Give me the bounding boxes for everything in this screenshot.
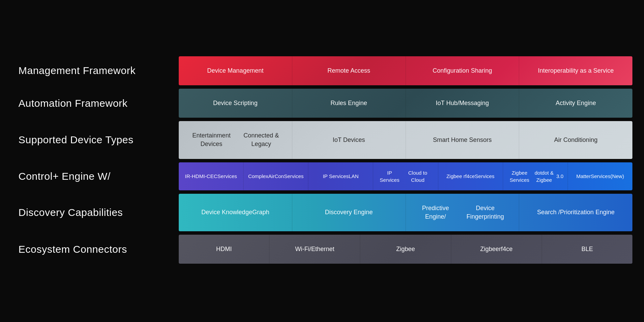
cell-text-control-3-0: IP Services [377, 169, 401, 184]
cell-control-5: Zigbee Servicesdotdot & Zigbee3.0 [503, 162, 568, 190]
cell-automation-1: Rules Engine [292, 89, 406, 118]
cell-text-management-2-0: Configuration Sharing [433, 67, 492, 75]
cell-text-ecosystem-0-0: HDMI [216, 245, 232, 253]
cell-text-device-types-0-1: Connected & Legacy [237, 131, 285, 148]
cell-discovery-0: Device KnowledgeGraph [179, 194, 292, 231]
cell-control-3: IP ServicesCloud to Cloud [373, 162, 438, 190]
row-device-types: Supported Device TypesEntertainment Devi… [12, 121, 632, 159]
cell-ecosystem-0: HDMI [179, 235, 269, 264]
cell-text-ecosystem-3-1: rf4ce [499, 245, 513, 253]
cell-ecosystem-4: BLE [542, 235, 632, 264]
cell-device-types-0: Entertainment DevicesConnected & Legacy [179, 121, 292, 159]
framework-diagram: Management FrameworkDevice ManagementRem… [12, 56, 632, 266]
cell-automation-3: Activity Engine [519, 89, 632, 118]
cell-text-control-6-1: Services [591, 173, 611, 180]
row-label-device-types: Supported Device Types [12, 121, 179, 159]
cell-ecosystem-1: Wi-Fi/Ethernet [269, 235, 360, 264]
cell-text-control-2-0: IP Services [323, 173, 349, 180]
cell-control-4: Zigbee rf4ceServices [438, 162, 503, 190]
cell-text-device-types-3-0: Air Conditioning [554, 136, 598, 144]
cell-text-control-1-2: Services [284, 173, 304, 180]
cell-text-automation-1-0: Rules Engine [331, 99, 367, 107]
cell-text-control-4-0: Zigbee rf4ce [447, 173, 475, 180]
cell-control-0: IR-HDMI-CECServices [179, 162, 244, 190]
cell-discovery-3: Search /Prioritization Engine [519, 194, 632, 231]
cell-text-automation-2-0: IoT Hub/Messaging [436, 99, 489, 107]
cell-discovery-2: Predictive Engine/Device Fingerprinting [406, 194, 519, 231]
row-discovery: Discovery CapabilitiesDevice KnowledgeGr… [12, 194, 632, 231]
cell-text-control-0-1: Services [217, 173, 237, 180]
cell-text-management-3-0: Interoperability as a Service [538, 67, 614, 75]
cell-device-types-3: Air Conditioning [519, 121, 632, 159]
cell-ecosystem-3: Zigbeerf4ce [451, 235, 542, 264]
cell-text-management-0-0: Device Management [207, 67, 263, 75]
cell-text-control-1-1: AirCon [268, 173, 284, 180]
cell-text-control-5-2: 3.0 [556, 173, 564, 180]
row-automation: Automation FrameworkDevice ScriptingRule… [12, 89, 632, 118]
cell-text-ecosystem-3-0: Zigbee [480, 245, 499, 253]
row-content-discovery: Device KnowledgeGraphDiscovery EnginePre… [179, 194, 632, 231]
cell-text-automation-3-0: Activity Engine [556, 99, 596, 107]
cell-control-1: ComplexAirConServices [244, 162, 308, 190]
cell-text-discovery-0-0: Device Knowledge [201, 208, 252, 217]
cell-text-discovery-0-1: Graph [252, 208, 269, 217]
cell-text-control-0-0: IR-HDMI-CEC [185, 173, 217, 180]
cell-text-control-1-0: Complex [248, 173, 268, 180]
cell-text-discovery-3-0: Search / [537, 208, 560, 217]
row-content-device-types: Entertainment DevicesConnected & LegacyI… [179, 121, 632, 159]
cell-text-management-1-0: Remote Access [327, 67, 370, 75]
row-label-control: Control+ Engine W/ [12, 162, 179, 190]
row-label-discovery: Discovery Capabilities [12, 194, 179, 231]
cell-text-control-2-1: LAN [349, 173, 358, 180]
row-content-ecosystem: HDMIWi-Fi/EthernetZigbeeZigbeerf4ceBLE [179, 235, 632, 264]
cell-text-discovery-3-1: Prioritization Engine [560, 208, 615, 217]
cell-text-discovery-2-0: Predictive Engine/ [413, 204, 458, 221]
row-management: Management FrameworkDevice ManagementRem… [12, 56, 632, 85]
cell-text-ecosystem-2-0: Zigbee [396, 245, 415, 253]
row-label-ecosystem: Ecosystem Connectors [12, 235, 179, 264]
cell-text-control-3-1: Cloud to Cloud [402, 169, 434, 184]
cell-text-control-4-1: Services [475, 173, 495, 180]
cell-text-device-types-2-0: Smart Home Sensors [433, 136, 492, 144]
cell-automation-0: Device Scripting [179, 89, 292, 118]
cell-discovery-1: Discovery Engine [292, 194, 406, 231]
cell-text-control-6-0: Matter [576, 173, 591, 180]
cell-text-automation-0-0: Device Scripting [213, 99, 258, 107]
cell-ecosystem-2: Zigbee [360, 235, 451, 264]
cell-management-2: Configuration Sharing [406, 56, 519, 85]
cell-text-discovery-1-0: Discovery Engine [325, 208, 373, 217]
cell-management-1: Remote Access [292, 56, 406, 85]
cell-device-types-2: Smart Home Sensors [406, 121, 519, 159]
cell-text-control-6-2: (New) [610, 173, 624, 180]
cell-device-types-1: IoT Devices [292, 121, 406, 159]
row-label-management: Management Framework [12, 56, 179, 85]
cell-text-control-5-1: dotdot & Zigbee [532, 169, 556, 184]
cell-text-device-types-0-0: Entertainment Devices [186, 131, 237, 148]
cell-control-2: IP ServicesLAN [308, 162, 373, 190]
row-control: Control+ Engine W/IR-HDMI-CECServicesCom… [12, 162, 632, 190]
row-content-management: Device ManagementRemote AccessConfigurat… [179, 56, 632, 85]
cell-text-ecosystem-1-0: Wi-Fi/Ethernet [295, 245, 334, 253]
cell-text-device-types-1-0: IoT Devices [333, 136, 365, 144]
cell-text-ecosystem-4-0: BLE [581, 245, 593, 253]
row-ecosystem: Ecosystem ConnectorsHDMIWi-Fi/EthernetZi… [12, 235, 632, 264]
cell-text-control-5-0: Zigbee Services [507, 169, 532, 184]
cell-management-0: Device Management [179, 56, 292, 85]
cell-control-6: MatterServices(New) [568, 162, 632, 190]
row-content-control: IR-HDMI-CECServicesComplexAirConServices… [179, 162, 632, 190]
row-content-automation: Device ScriptingRules EngineIoT Hub/Mess… [179, 89, 632, 118]
cell-automation-2: IoT Hub/Messaging [406, 89, 519, 118]
cell-text-discovery-2-1: Device Fingerprinting [458, 204, 512, 221]
row-label-automation: Automation Framework [12, 89, 179, 118]
cell-management-3: Interoperability as a Service [519, 56, 632, 85]
